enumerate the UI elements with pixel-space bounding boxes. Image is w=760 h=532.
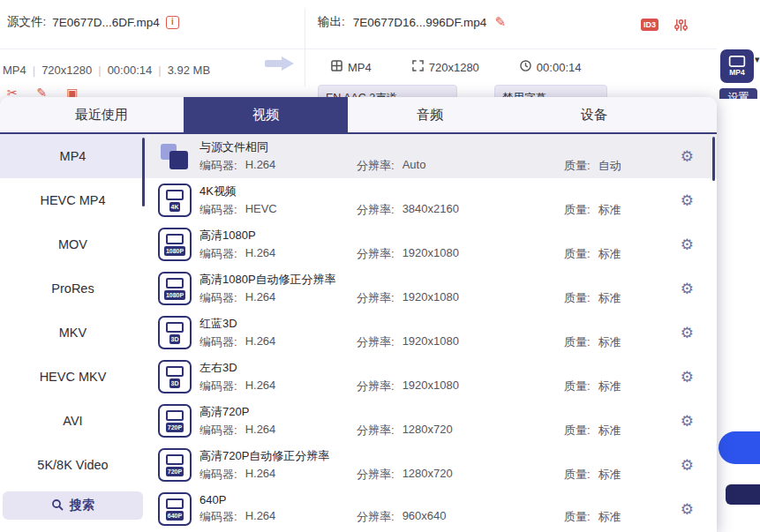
sidebar-item[interactable]: AVI xyxy=(0,399,146,443)
gear-icon[interactable]: ⚙ xyxy=(681,236,694,253)
encoder-value: H.264 xyxy=(245,158,276,174)
equalizer-icon[interactable] xyxy=(674,18,688,36)
preset-row[interactable]: 720P 高清720P 编码器: H.264 分辨率: xyxy=(146,399,717,443)
preset-row[interactable]: 3D 左右3D 编码器: H.264 分辨率: xyxy=(146,355,717,399)
gear-icon[interactable]: ⚙ xyxy=(681,147,694,165)
encoder-label: 编码器: xyxy=(199,158,237,174)
sidebar-item[interactable]: HEVC MKV xyxy=(0,355,146,399)
quality-value: 自动 xyxy=(598,158,621,174)
list-scrollbar[interactable] xyxy=(712,137,715,181)
preset-name: 高清1080P xyxy=(199,228,717,244)
source-duration: 00:00:14 xyxy=(108,64,153,77)
quality-value: 标准 xyxy=(598,467,621,483)
output-file-row: 输出: 7E0677D16...996DF.mp4 ✎ xyxy=(318,14,506,30)
quality-label: 质量: xyxy=(564,334,591,350)
rename-icon[interactable]: ✎ xyxy=(494,14,506,30)
quality-label: 质量: xyxy=(564,158,591,174)
sidebar-item[interactable]: MOV xyxy=(0,222,146,266)
gear-icon[interactable]: ⚙ xyxy=(681,324,694,341)
quality-value: 标准 xyxy=(598,202,621,218)
preset-row[interactable]: 640P 640P 编码器: H.264 分辨率: xyxy=(146,487,717,531)
format-badge: 3D xyxy=(169,378,181,388)
id3-tag-icon[interactable]: ID3 xyxy=(641,19,658,31)
preset-row[interactable]: 与源文件相同 编码器: H.264 分辨率: Auto xyxy=(146,134,717,178)
preset-row[interactable]: 4K 4K视频 编码器: HEVC 分辨率: xyxy=(146,178,717,222)
quality-cell: 质量: 标准 xyxy=(564,423,717,438)
format-badge: 640P xyxy=(166,511,184,521)
format-icon: 640P xyxy=(158,492,192,526)
quality-cell: 质量: 自动 xyxy=(564,158,717,174)
format-popup: 最近使用 视频 音频 设备 MP4 HEVC MP4 MOV xyxy=(0,97,717,532)
output-duration: 00:00:14 xyxy=(537,61,582,74)
format-badge: 4K xyxy=(169,202,181,212)
gear-icon[interactable]: ⚙ xyxy=(681,280,694,297)
encoder-label: 编码器: xyxy=(199,509,237,525)
preset-row[interactable]: 720P 高清720P自动修正分辨率 编码器: H.264 分辨率: xyxy=(146,443,717,487)
quality-label: 质量: xyxy=(564,246,591,262)
quality-label: 质量: xyxy=(564,509,591,525)
search-button[interactable]: 搜索 xyxy=(3,491,143,520)
format-badge: 720P xyxy=(166,423,184,432)
sidebar-item-label: AVI xyxy=(63,414,82,428)
gear-icon[interactable]: ⚙ xyxy=(681,456,694,474)
sidebar-item[interactable]: MKV xyxy=(0,311,146,355)
resolution-label: 分辨率: xyxy=(357,467,395,483)
gear-icon[interactable]: ⚙ xyxy=(681,500,694,518)
tab[interactable]: 视频 xyxy=(184,97,348,132)
search-label: 搜索 xyxy=(70,498,94,513)
sidebar-item[interactable]: HEVC MP4 xyxy=(0,178,146,222)
resolution-value: 1920x1080 xyxy=(403,246,459,262)
flow-arrow-icon xyxy=(265,56,297,71)
format-badge: 720P xyxy=(166,467,184,476)
screen-icon xyxy=(166,410,184,421)
settings-button-partial[interactable]: 设置 xyxy=(719,88,757,99)
output-meta: MP4 720x1280 00:00:14 xyxy=(331,60,581,74)
tab[interactable]: 设备 xyxy=(512,97,676,132)
encoder-cell: 编码器: H.264 xyxy=(199,423,357,438)
preset-name: 左右3D xyxy=(199,360,717,376)
encoder-cell: 编码器: H.264 xyxy=(199,334,357,350)
encoder-cell: 编码器: H.264 xyxy=(199,290,357,306)
output-format-cell: MP4 xyxy=(331,60,372,74)
gear-icon[interactable]: ⚙ xyxy=(681,368,694,386)
tab[interactable]: 音频 xyxy=(348,97,512,132)
format-grid-icon xyxy=(331,60,342,74)
output-resolution: 720x1280 xyxy=(429,61,479,74)
sidebar-item-label: MOV xyxy=(58,237,87,251)
format-caret-icon[interactable]: ▾ xyxy=(755,54,760,65)
resolution-label: 分辨率: xyxy=(357,158,395,174)
gear-icon[interactable]: ⚙ xyxy=(681,191,694,209)
sidebar-item[interactable]: MP4 xyxy=(0,134,146,178)
encoder-label: 编码器: xyxy=(199,246,237,262)
preset-row[interactable]: 1080P 高清1080P自动修正分辨率 编码器: H.264 分辨率: xyxy=(146,266,717,311)
tab[interactable]: 最近使用 xyxy=(19,97,184,132)
sidebar-scrollbar[interactable] xyxy=(142,138,145,206)
source-size: 3.92 MB xyxy=(168,64,210,77)
section-divider xyxy=(305,9,305,86)
bottom-bar-partial xyxy=(726,484,760,505)
info-icon[interactable]: i xyxy=(166,16,179,29)
convert-button-partial[interactable] xyxy=(719,431,760,464)
sidebar-item[interactable]: 5K/8K Video xyxy=(0,443,146,487)
format-icon: 720P xyxy=(158,448,192,482)
format-icon: 4K xyxy=(158,184,192,217)
output-label: 输出: xyxy=(318,14,345,30)
quality-label: 质量: xyxy=(564,290,591,306)
gear-icon[interactable]: ⚙ xyxy=(681,412,694,430)
sidebar-item-label: MKV xyxy=(59,326,87,340)
format-badge: 1080P xyxy=(164,246,185,256)
preset-name: 4K视频 xyxy=(199,184,717,199)
resolution-expand-icon xyxy=(412,60,424,74)
source-file-row: 源文件: 7E0677D...6DF.mp4 i xyxy=(7,14,179,30)
quality-cell: 质量: 标准 xyxy=(564,246,717,262)
quality-value: 标准 xyxy=(598,290,621,306)
source-label: 源文件: xyxy=(7,14,46,30)
settings-label: 设置 xyxy=(728,91,749,99)
preset-row[interactable]: 1080P 高清1080P 编码器: H.264 分辨率: xyxy=(146,222,717,266)
output-format-button[interactable]: MP4 xyxy=(720,49,754,83)
preset-name: 640P xyxy=(199,493,717,506)
preset-name: 与源文件相同 xyxy=(199,139,717,155)
preset-row[interactable]: 3D 红蓝3D 编码器: H.264 分辨率: xyxy=(146,311,717,355)
popup-tabbar: 最近使用 视频 音频 设备 xyxy=(0,97,717,134)
sidebar-item[interactable]: ProRes xyxy=(0,266,146,311)
